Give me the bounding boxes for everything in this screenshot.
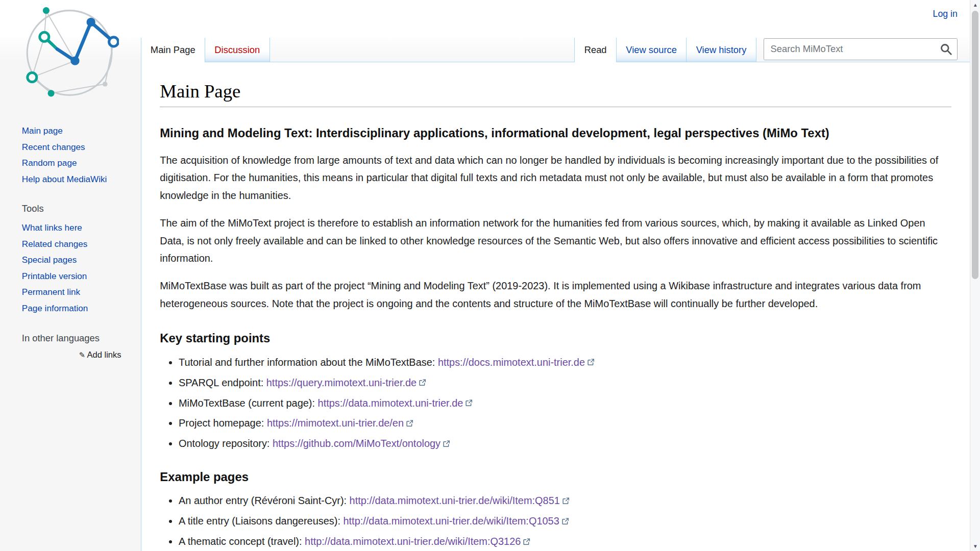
sidebar-link[interactable]: Help about MediaWiki	[22, 174, 107, 184]
tools-item: Special pages	[22, 252, 141, 268]
tab-main-page[interactable]: Main Page	[141, 38, 205, 62]
tools-item: Permanent link	[22, 284, 141, 300]
list-item-label: A thematic concept (travel):	[179, 536, 305, 547]
external-link[interactable]: http://data.mimotext.uni-trier.de/wiki/I…	[350, 495, 560, 506]
list-item: Tutorial and further information about t…	[179, 355, 951, 370]
tools-item: Related changes	[22, 236, 141, 252]
tab-view-history[interactable]: View history	[686, 38, 756, 62]
tools-heading: Tools	[22, 203, 141, 214]
scrollbar-thumb[interactable]	[972, 11, 978, 280]
list-item-label: SPARQL endpoint:	[179, 377, 266, 388]
tab-read-label: Read	[584, 44, 607, 56]
list-item-label: An author entry (Révéroni Saint-Cyr):	[179, 495, 350, 506]
tab-view-history-label: View history	[696, 44, 747, 56]
vertical-scrollbar[interactable]: ▲ ▼	[970, 0, 980, 551]
section-heading-example-pages: Example pages	[160, 470, 951, 484]
sidebar-nav-item: Help about MediaWiki	[22, 171, 141, 187]
tab-view-source-label: View source	[626, 44, 677, 56]
tab-read[interactable]: Read	[574, 38, 616, 62]
list-item: A thematic concept (travel): http://data…	[179, 534, 951, 549]
external-link-icon	[465, 396, 472, 411]
languages-heading: In other languages	[22, 333, 141, 344]
list-item: Project homepage: https://mimotext.uni-t…	[179, 416, 951, 431]
add-links-label: Add links	[87, 350, 121, 360]
sidebar-languages: In other languages ✎Add links	[0, 333, 141, 360]
list-item-label: MiMoTextBase (current page):	[179, 397, 318, 409]
edit-pencil-icon: ✎	[79, 351, 85, 359]
tools-item: Page information	[22, 300, 141, 316]
tab-discussion[interactable]: Discussion	[205, 38, 270, 62]
header: Log in Main Page Discussion Read View so…	[0, 0, 970, 62]
sidebar-tools: Tools What links here Related changes Sp…	[0, 203, 141, 316]
tools-list: What links here Related changes Special …	[22, 219, 141, 316]
external-link-icon	[419, 375, 426, 390]
sidebar-nav-list: Main page Recent changes Random page Hel…	[22, 122, 141, 187]
sidebar-nav-item: Random page	[22, 155, 141, 171]
page-title: Main Page	[160, 80, 951, 108]
view-tabs: Read View source View history	[574, 37, 756, 62]
tab-discussion-label: Discussion	[214, 44, 260, 56]
list-item: An author entry (Révéroni Saint-Cyr): ht…	[179, 493, 951, 508]
list-item-label: Ontology repository:	[179, 438, 273, 449]
sidebar-link[interactable]: Random page	[22, 158, 77, 168]
content-area: Main Page Mining and Modeling Text: Inte…	[141, 62, 970, 551]
add-links-button[interactable]: ✎Add links	[22, 350, 141, 360]
sidebar-link[interactable]: Special pages	[22, 255, 77, 265]
tab-main-page-label: Main Page	[151, 44, 195, 56]
sidebar-link[interactable]: Printable version	[22, 271, 87, 281]
list-item-label: A title entry (Liaisons dangereuses):	[179, 515, 344, 527]
sidebar-link[interactable]: Recent changes	[22, 142, 85, 152]
list-item: Ontology repository: https://github.com/…	[179, 436, 951, 451]
external-link[interactable]: http://data.mimotext.uni-trier.de/wiki/I…	[305, 536, 521, 547]
list-item: SPARQL endpoint: https://query.mimotext.…	[179, 375, 951, 390]
list-item-label: Tutorial and further information about t…	[179, 357, 438, 368]
external-link-icon	[523, 534, 530, 549]
external-link-icon	[562, 493, 569, 508]
external-link-icon	[406, 416, 413, 431]
external-link-icon	[562, 514, 569, 529]
sidebar-link[interactable]: Page information	[22, 303, 88, 313]
tab-bar: Main Page Discussion Read View source Vi…	[141, 37, 970, 62]
sidebar-link[interactable]: What links here	[22, 222, 82, 233]
key-starting-points-list: Tutorial and further information about t…	[160, 355, 951, 452]
external-link-icon	[443, 436, 450, 451]
namespace-tabs: Main Page Discussion	[141, 37, 270, 62]
paragraph: The acquisition of knowledge from large …	[160, 152, 951, 205]
paragraph: MiMoTextBase was built as part of the pr…	[160, 277, 951, 313]
sidebar-navigation: Main page Recent changes Random page Hel…	[0, 122, 141, 187]
external-link[interactable]: https://github.com/MiMoText/ontology	[273, 438, 440, 449]
tools-item: Printable version	[22, 268, 141, 284]
search-input[interactable]	[764, 38, 958, 60]
scroll-up-icon[interactable]: ▲	[970, 0, 980, 10]
external-link[interactable]: https://data.mimotext.uni-trier.de	[318, 397, 463, 409]
sidebar-link[interactable]: Permanent link	[22, 287, 80, 297]
list-item-label: Project homepage:	[179, 417, 267, 429]
sidebar: Main page Recent changes Random page Hel…	[0, 62, 141, 360]
wiki-page: Log in Main Page Discussion Read View so…	[0, 0, 980, 551]
list-item: MiMoTextBase (current page): https://dat…	[179, 396, 951, 411]
external-link-icon	[587, 355, 594, 370]
example-pages-list: An author entry (Révéroni Saint-Cyr): ht…	[160, 493, 951, 551]
external-link[interactable]: https://query.mimotext.uni-trier.de	[266, 377, 416, 388]
list-item: A title entry (Liaisons dangereuses): ht…	[179, 514, 951, 529]
sidebar-nav-item: Main page	[22, 122, 141, 139]
external-link[interactable]: https://docs.mimotext.uni-trier.de	[438, 357, 585, 368]
tab-view-source[interactable]: View source	[616, 38, 686, 62]
project-heading: Mining and Modeling Text: Interdisciplin…	[160, 125, 951, 141]
search-icon[interactable]	[940, 43, 952, 55]
sidebar-link[interactable]: Main page	[22, 126, 63, 136]
tools-item: What links here	[22, 219, 141, 236]
paragraph: The aim of the MiMoText project is there…	[160, 214, 951, 268]
search-box	[764, 38, 958, 60]
login-link[interactable]: Log in	[933, 9, 958, 19]
external-link[interactable]: https://mimotext.uni-trier.de/en	[267, 417, 404, 429]
section-heading-key-starting-points: Key starting points	[160, 331, 951, 345]
scroll-down-icon[interactable]: ▼	[970, 541, 980, 551]
sidebar-link[interactable]: Related changes	[22, 239, 88, 249]
external-link[interactable]: http://data.mimotext.uni-trier.de/wiki/I…	[343, 515, 559, 527]
sidebar-nav-item: Recent changes	[22, 139, 141, 155]
